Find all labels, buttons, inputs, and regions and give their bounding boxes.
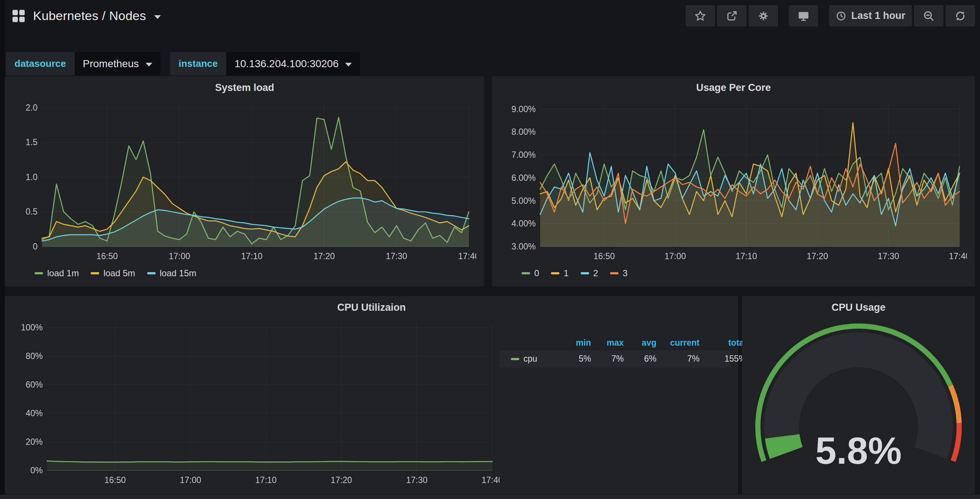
svg-text:16:50: 16:50 — [104, 475, 126, 485]
svg-text:17:40: 17:40 — [949, 251, 967, 261]
legend-item-3[interactable]: 3 — [610, 268, 627, 278]
panel-title-cpu-utilization[interactable]: CPU Utilizaion — [13, 299, 730, 316]
legend-table-row-cpu[interactable]: cpu5%7%6%7%155% — [500, 350, 730, 367]
svg-text:0%: 0% — [30, 466, 43, 475]
svg-text:4.00%: 4.00% — [512, 219, 536, 228]
legend-table-col-max[interactable]: max — [591, 338, 624, 348]
star-button[interactable] — [686, 5, 715, 26]
svg-text:0.5: 0.5 — [25, 207, 38, 216]
legend-table-col-avg[interactable]: avg — [624, 338, 656, 348]
settings-button[interactable] — [749, 5, 778, 26]
star-icon — [694, 10, 706, 22]
variable-datasource-value[interactable]: Prometheus — [75, 52, 161, 75]
svg-text:17:40: 17:40 — [458, 251, 476, 261]
svg-text:80%: 80% — [25, 351, 43, 361]
svg-text:2.0: 2.0 — [25, 103, 38, 113]
legend-item-load-1m[interactable]: load 1m — [35, 268, 79, 278]
svg-text:7.00%: 7.00% — [512, 150, 536, 160]
variable-datasource-selected: Prometheus — [83, 58, 139, 70]
clock-icon — [835, 10, 846, 22]
variable-datasource: datasource Prometheus — [6, 52, 161, 75]
svg-text:5.00%: 5.00% — [512, 196, 536, 206]
legend-item-load-5m[interactable]: load 5m — [91, 268, 135, 278]
svg-text:17:20: 17:20 — [331, 475, 352, 485]
variable-instance-label: instance — [170, 52, 227, 75]
panel-system-load: System load 16:5017:0017:1017:2017:3017:… — [5, 76, 484, 286]
kiosk-mode-button[interactable] — [789, 5, 818, 26]
legend-item-load-15m[interactable]: load 15m — [147, 268, 197, 278]
svg-text:17:00: 17:00 — [169, 251, 190, 261]
svg-text:17:40: 17:40 — [482, 475, 500, 485]
svg-text:17:30: 17:30 — [386, 251, 407, 261]
usage-per-core-chart[interactable]: 16:5017:0017:1017:2017:3017:403.00%4.00%… — [500, 96, 967, 265]
legend-swatch — [551, 272, 560, 274]
panel-title-usage-per-core[interactable]: Usage Per Core — [500, 79, 967, 96]
svg-text:100%: 100% — [21, 323, 43, 332]
legend-item-0[interactable]: 0 — [522, 268, 539, 278]
svg-text:17:20: 17:20 — [807, 251, 829, 261]
svg-text:17:10: 17:10 — [255, 475, 277, 485]
legend-swatch — [581, 272, 589, 274]
cpu-utilization-legend-table: minmaxavgcurrenttotalcpu5%7%6%7%155% — [500, 316, 730, 489]
svg-text:17:00: 17:00 — [665, 251, 686, 261]
svg-text:17:10: 17:10 — [735, 251, 757, 261]
share-icon — [726, 10, 738, 22]
cpu-utilization-chart[interactable]: 16:5017:0017:1017:2017:3017:400%20%40%60… — [13, 316, 500, 489]
svg-text:16:50: 16:50 — [593, 251, 615, 261]
chevron-down-icon[interactable] — [154, 15, 161, 19]
legend-swatch — [522, 272, 530, 274]
template-variables-row: datasource Prometheus instance 10.136.20… — [6, 52, 360, 75]
panel-title-system-load[interactable]: System load — [13, 79, 476, 96]
legend-table-col-min[interactable]: min — [558, 338, 591, 348]
system-load-legend: load 1mload 5mload 15m — [35, 265, 476, 281]
svg-text:16:50: 16:50 — [96, 251, 118, 261]
legend-item-1[interactable]: 1 — [551, 268, 568, 278]
chevron-down-icon — [146, 63, 152, 67]
svg-text:5.8%: 5.8% — [815, 429, 902, 472]
nav-left: Kubernetes / Nodes — [11, 8, 161, 24]
cpu-utilization-body: 16:5017:0017:1017:2017:3017:400%20%40%60… — [13, 316, 730, 489]
svg-text:40%: 40% — [25, 408, 43, 418]
svg-text:8.00%: 8.00% — [512, 127, 536, 137]
window-bottom-edge — [0, 494, 980, 499]
legend-item-2[interactable]: 2 — [581, 268, 598, 278]
variable-instance-selected: 10.136.204.100:30206 — [234, 58, 339, 70]
legend-swatch — [511, 358, 519, 360]
legend-table-col-current[interactable]: current — [656, 338, 700, 348]
panel-title-cpu-usage[interactable]: CPU Usage — [750, 299, 967, 316]
zoom-out-button[interactable] — [914, 5, 943, 26]
share-button[interactable] — [718, 5, 746, 26]
chevron-down-icon — [345, 63, 352, 67]
legend-swatch — [147, 272, 156, 274]
legend-table-header: minmaxavgcurrenttotal — [500, 335, 730, 350]
nav-toolbar: Last 1 hour — [686, 5, 975, 26]
panel-usage-per-core: Usage Per Core 16:5017:0017:1017:2017:30… — [492, 76, 975, 286]
svg-text:17:00: 17:00 — [180, 475, 201, 485]
time-range-button[interactable]: Last 1 hour — [829, 5, 912, 26]
legend-swatch — [35, 272, 43, 274]
svg-text:3.00%: 3.00% — [512, 242, 536, 251]
panel-cpu-usage: CPU Usage 5.8% — [742, 296, 975, 494]
dashboard-title[interactable]: Kubernetes / Nodes — [33, 8, 146, 23]
refresh-icon — [955, 10, 966, 22]
svg-text:9.00%: 9.00% — [512, 104, 536, 114]
system-load-chart[interactable]: 16:5017:0017:1017:2017:3017:4000.51.01.5… — [13, 96, 476, 265]
svg-text:1.0: 1.0 — [25, 172, 38, 182]
variable-instance-value[interactable]: 10.136.204.100:30206 — [226, 52, 360, 75]
svg-text:17:20: 17:20 — [313, 251, 335, 261]
zoom-out-icon — [923, 10, 935, 22]
legend-table-col-total[interactable]: total — [700, 338, 746, 348]
panel-cpu-utilization: CPU Utilizaion 16:5017:0017:1017:2017:30… — [5, 296, 738, 494]
legend-swatch — [91, 272, 99, 274]
svg-text:20%: 20% — [25, 437, 43, 447]
svg-text:1.5: 1.5 — [25, 137, 38, 147]
refresh-button[interactable] — [946, 5, 975, 26]
svg-text:6.00%: 6.00% — [512, 173, 536, 183]
usage-per-core-legend: 0123 — [522, 265, 967, 281]
window-left-edge — [0, 0, 5, 499]
grafana-dashboard: Kubernetes / Nodes — [0, 0, 980, 499]
dashboard-grid-icon — [11, 8, 26, 24]
svg-text:60%: 60% — [25, 380, 43, 389]
tv-monitor-icon — [797, 10, 810, 22]
cpu-usage-gauge: 5.8% — [750, 316, 967, 489]
